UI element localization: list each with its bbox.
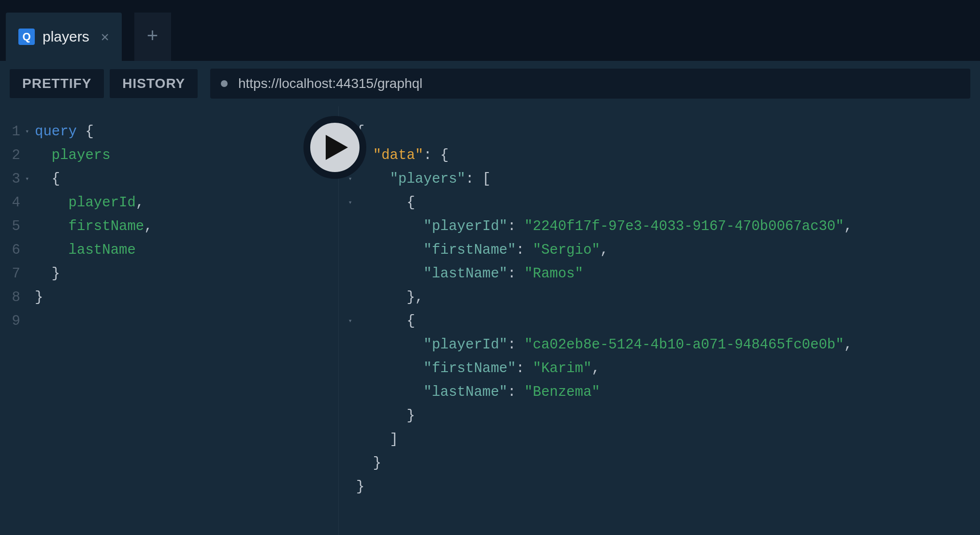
code-line[interactable]: 9 — [0, 309, 338, 333]
result-line: } — [343, 475, 980, 499]
endpoint-url-input[interactable] — [238, 76, 960, 91]
code-content: { — [35, 167, 60, 191]
history-button[interactable]: HISTORY — [110, 69, 198, 98]
code-line[interactable]: 7 } — [0, 262, 338, 286]
code-content: lastName — [35, 238, 136, 262]
code-content: } — [35, 262, 60, 286]
tab-label: players — [43, 29, 89, 45]
result-line: "lastName": "Benzema" — [343, 380, 980, 404]
line-number: 8 — [0, 286, 25, 309]
line-number: 6 — [0, 238, 25, 262]
tabs-bar: Q players ✕ + — [0, 0, 980, 61]
line-number: 3 — [0, 167, 25, 191]
code-content: } — [35, 286, 43, 309]
line-number: 1 — [0, 120, 25, 144]
toolbar: PRETTIFY HISTORY — [0, 61, 980, 106]
workspace: 1▾query {2 players3▾ {4 playerId,5 first… — [0, 106, 980, 535]
result-line: } — [343, 451, 980, 475]
code-content: firstName, — [35, 215, 153, 238]
result-line: ▾ "players": [ — [343, 167, 980, 191]
result-line: ] — [343, 428, 980, 451]
code-line[interactable]: 2 players — [0, 144, 338, 167]
execute-button[interactable] — [303, 116, 366, 179]
svg-marker-0 — [326, 135, 348, 160]
line-number: 9 — [0, 309, 25, 333]
result-content: "players": [ — [356, 167, 490, 191]
code-content: players — [35, 144, 111, 167]
result-content: "data": { — [356, 144, 448, 167]
result-content: } — [356, 451, 381, 475]
line-number: 4 — [0, 191, 25, 215]
code-line[interactable]: 5 firstName, — [0, 215, 338, 238]
code-line[interactable]: 1▾query { — [0, 120, 338, 144]
result-content: "playerId": "2240f17f-97e3-4033-9167-470… — [356, 215, 852, 238]
line-number: 2 — [0, 144, 25, 167]
result-content: "firstName": "Karim", — [356, 357, 600, 380]
line-number: 7 — [0, 262, 25, 286]
result-line: ▾ { — [343, 191, 980, 215]
status-dot-icon — [221, 80, 228, 87]
query-editor[interactable]: 1▾query {2 players3▾ {4 playerId,5 first… — [0, 106, 338, 535]
fold-toggle-icon[interactable]: ▾ — [343, 309, 356, 333]
new-tab-button[interactable]: + — [134, 13, 171, 61]
query-type-icon: Q — [18, 29, 35, 45]
result-line: "playerId": "ca02eb8e-5124-4b10-a071-948… — [343, 333, 980, 357]
result-line: "firstName": "Karim", — [343, 357, 980, 380]
plus-icon: + — [147, 26, 159, 48]
result-content: "playerId": "ca02eb8e-5124-4b10-a071-948… — [356, 333, 852, 357]
code-line[interactable]: 4 playerId, — [0, 191, 338, 215]
result-line: "lastName": "Ramos" — [343, 262, 980, 286]
result-line: }, — [343, 286, 980, 309]
code-line[interactable]: 3▾ { — [0, 167, 338, 191]
result-content: "firstName": "Sergio", — [356, 238, 608, 262]
result-content: }, — [356, 286, 423, 309]
result-content: } — [356, 404, 415, 428]
play-icon — [326, 135, 348, 160]
result-content: "lastName": "Benzema" — [356, 380, 600, 404]
result-content: { — [356, 309, 415, 333]
fold-toggle-icon[interactable]: ▾ — [343, 191, 356, 215]
code-line[interactable]: 8} — [0, 286, 338, 309]
prettify-button[interactable]: PRETTIFY — [10, 69, 104, 98]
line-number: 5 — [0, 215, 25, 238]
result-line: ▾ { — [343, 309, 980, 333]
result-content: "lastName": "Ramos" — [356, 262, 583, 286]
close-icon[interactable]: ✕ — [101, 29, 109, 45]
result-content: ] — [356, 428, 398, 451]
code-content: query { — [35, 120, 94, 144]
fold-toggle-icon[interactable]: ▾ — [25, 120, 35, 144]
result-content: { — [356, 191, 415, 215]
result-content: } — [356, 475, 364, 499]
fold-toggle-icon[interactable]: ▾ — [25, 167, 35, 191]
result-line: "playerId": "2240f17f-97e3-4033-9167-470… — [343, 215, 980, 238]
code-line[interactable]: 6 lastName — [0, 238, 338, 262]
result-panel: ▾{▾ "data": {▾ "players": [▾ { "playerId… — [338, 106, 980, 535]
tab-players[interactable]: Q players ✕ — [6, 13, 122, 61]
result-line: ▾ "data": { — [343, 144, 980, 167]
endpoint-field[interactable] — [210, 69, 970, 99]
code-content: playerId, — [35, 191, 144, 215]
result-line: "firstName": "Sergio", — [343, 238, 980, 262]
result-line: } — [343, 404, 980, 428]
result-line: ▾{ — [343, 120, 980, 144]
